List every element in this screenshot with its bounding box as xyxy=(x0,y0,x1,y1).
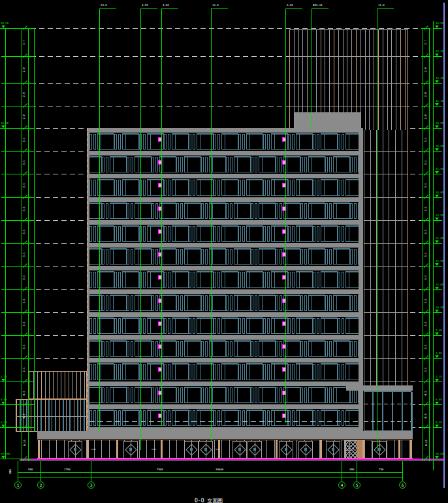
level-flag xyxy=(435,379,439,381)
storefront-mullion xyxy=(56,440,57,459)
window-mullion xyxy=(225,180,225,196)
window-mullion xyxy=(163,388,163,403)
floor-band xyxy=(87,358,361,363)
window-strip xyxy=(217,364,220,380)
level-flag-line xyxy=(433,243,442,244)
window-mullion xyxy=(200,365,200,380)
bubble-dropper xyxy=(91,461,91,481)
storefront-post xyxy=(218,440,220,459)
window-strip xyxy=(143,226,146,242)
window-strip xyxy=(205,249,208,265)
window-row xyxy=(89,225,359,243)
window-mullion xyxy=(212,250,213,265)
window-mullion xyxy=(138,388,138,403)
annex-mullion xyxy=(49,372,50,398)
elevation-label: 10.55 xyxy=(436,306,443,309)
window-mullion xyxy=(287,250,287,265)
window-mullion xyxy=(237,388,238,403)
window-strip xyxy=(114,180,117,196)
window-strip xyxy=(152,387,154,403)
window-strip xyxy=(230,387,232,403)
storefront-mullion xyxy=(342,440,342,459)
level-flag-line xyxy=(433,151,442,152)
window-pane xyxy=(321,410,338,426)
louver-line xyxy=(383,29,383,130)
window-strip xyxy=(267,364,270,380)
window-strip xyxy=(155,387,158,403)
window-mullion xyxy=(200,227,200,242)
level-dash-left xyxy=(36,220,87,221)
window-strip xyxy=(189,180,191,196)
window-pane xyxy=(221,410,238,426)
window-strip xyxy=(180,203,183,219)
level-flag xyxy=(435,148,439,151)
window-strip xyxy=(131,157,133,172)
window-strip xyxy=(313,272,315,288)
window-mullion xyxy=(336,388,337,403)
window-pane xyxy=(184,203,201,219)
window-row xyxy=(89,155,359,174)
annex-mullion xyxy=(80,372,81,398)
window-pane xyxy=(246,133,263,150)
window-mullion xyxy=(287,342,287,357)
window-pane xyxy=(246,271,263,288)
elevation-label: 0.35 xyxy=(1,421,7,424)
dim-text: 2.7 xyxy=(424,40,427,44)
window-pane xyxy=(308,203,325,219)
window-mullion xyxy=(125,180,126,196)
window-strip xyxy=(251,157,253,172)
window-mullion xyxy=(287,204,287,219)
dim-text: 3.5 xyxy=(23,321,25,326)
window-mullion xyxy=(312,342,312,357)
window-mullion xyxy=(287,157,287,172)
window-strip xyxy=(118,318,121,334)
louver-level-line xyxy=(364,197,408,198)
window-strip xyxy=(255,341,257,357)
window-pane xyxy=(296,179,313,196)
window-strip xyxy=(300,249,303,265)
window-pane xyxy=(221,363,238,380)
window-mullion xyxy=(312,296,312,311)
window-strip xyxy=(317,134,319,150)
level-flag xyxy=(435,310,439,312)
window-pane xyxy=(358,295,359,311)
window-mullion xyxy=(101,227,101,242)
window-strip xyxy=(164,180,167,196)
window-strip xyxy=(214,272,216,288)
window-strip xyxy=(193,272,195,288)
dim-text: 2.9 xyxy=(424,92,427,97)
window-strip xyxy=(263,272,266,288)
curtain-level-dash xyxy=(364,421,411,422)
window-mullion xyxy=(101,411,101,426)
window-strip xyxy=(102,249,104,265)
window-strip xyxy=(189,272,191,288)
window-strip xyxy=(205,203,208,219)
window-mullion xyxy=(262,296,263,311)
window-mullion xyxy=(200,411,200,426)
window-strip xyxy=(168,318,170,334)
window-pane xyxy=(259,248,276,265)
cad-elevation-drawing[interactable]: O-O 立面图 24.04.504.5011.04.50B04.1411.02.… xyxy=(0,0,448,503)
window-strip xyxy=(217,180,220,196)
window-mullion xyxy=(299,319,300,334)
window-pane xyxy=(110,156,127,172)
elevation-label: 49.95 xyxy=(436,22,443,25)
annex-mullion xyxy=(69,372,69,398)
window-strip xyxy=(93,410,96,426)
window-mullion xyxy=(175,319,176,334)
window-mullion xyxy=(237,296,238,311)
window-pane xyxy=(296,317,313,334)
louver-level-line xyxy=(289,56,408,57)
door-diamond-center xyxy=(238,448,241,451)
window-mullion xyxy=(175,272,176,288)
window-strip xyxy=(280,157,282,172)
ground-line xyxy=(20,459,445,460)
grid-label-leader xyxy=(140,8,157,9)
storefront-mullion xyxy=(139,440,140,459)
window-strip xyxy=(255,157,257,172)
window-pane xyxy=(221,317,238,334)
bubble-dropper xyxy=(342,461,342,481)
window-pane xyxy=(234,340,251,357)
louver-line-tan xyxy=(407,29,408,387)
window-strip xyxy=(342,410,344,426)
